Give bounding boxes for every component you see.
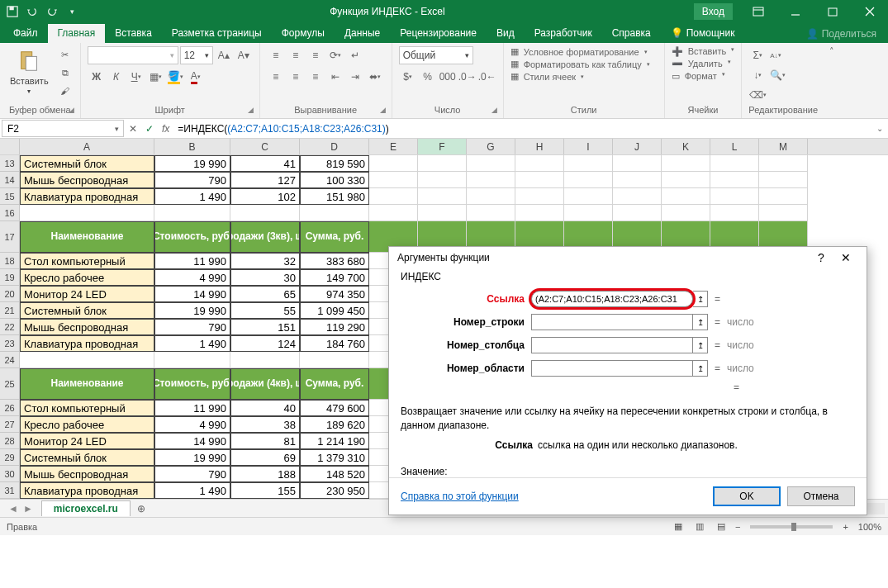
cell[interactable] [662,155,710,172]
cell[interactable]: Продажи (4кв), шт. [230,368,300,400]
cell[interactable]: 155 [230,482,300,499]
cell[interactable]: Наименование [20,221,154,253]
cell[interactable] [759,188,808,205]
col-header[interactable]: K [662,139,710,154]
row-header[interactable]: 16 [0,205,20,221]
decrease-indent-icon[interactable]: ⇤ [326,68,344,86]
font-color-icon[interactable]: A▾ [187,68,205,86]
select-all-corner[interactable] [0,139,20,154]
cancel-button[interactable]: Отмена [787,486,855,506]
page-layout-view-icon[interactable]: ▥ [690,519,710,534]
autosum-icon[interactable]: Σ▾ [748,46,767,64]
col-header[interactable]: J [613,139,662,154]
col-header[interactable]: M [759,139,808,154]
cell[interactable] [759,172,808,188]
tab-page-layout[interactable]: Разметка страницы [162,24,272,43]
cell[interactable] [467,172,515,188]
cell[interactable] [369,172,418,188]
undo-icon[interactable] [23,2,41,21]
cell[interactable]: Системный блок [20,302,154,319]
row-header[interactable]: 15 [0,188,20,205]
cell[interactable]: 790 [154,172,230,188]
cell[interactable] [564,188,613,205]
cell[interactable]: Клавиатура проводная [20,335,154,352]
align-center-icon[interactable]: ≡ [287,68,305,86]
copy-icon[interactable]: ⧉ [57,64,74,81]
cell[interactable]: 819 590 [300,155,369,172]
arg-input-row-num[interactable] [531,314,693,330]
cell[interactable] [662,188,710,205]
save-icon[interactable] [3,2,21,21]
cell[interactable] [515,188,564,205]
bold-button[interactable]: Ж [88,68,106,86]
cell[interactable]: 184 760 [300,335,369,352]
grow-font-icon[interactable]: A▴ [215,46,233,64]
cell[interactable]: 189 620 [300,416,369,433]
cell[interactable] [759,155,808,172]
clear-icon[interactable]: ⌫▾ [748,86,767,104]
decrease-decimal-icon[interactable]: .0← [478,68,496,86]
row-header[interactable]: 26 [0,400,20,416]
cell[interactable]: 100 330 [300,172,369,188]
col-header[interactable]: B [154,139,230,154]
cell[interactable]: 14 990 [154,286,230,302]
col-header[interactable]: E [369,139,418,154]
clipboard-launcher-icon[interactable]: ◢ [67,106,77,116]
cancel-formula-icon[interactable]: ✕ [129,123,137,135]
cell[interactable]: Стол компьютерный [20,253,154,269]
cell[interactable] [230,352,300,368]
insert-cells-button[interactable]: ➕Вставить▾ [672,46,735,57]
cell[interactable] [369,155,418,172]
cell[interactable]: 790 [154,319,230,335]
cell[interactable]: 30 [230,269,300,286]
cell[interactable] [662,205,710,221]
cell[interactable] [564,205,613,221]
formula-input[interactable]: =ИНДЕКС((A2:C7;A10:C15;A18:C23;A26:C31)) [174,123,871,135]
cell[interactable]: Продажи (3кв), шт. [230,221,300,253]
cell[interactable]: Сумма, руб. [300,368,369,400]
col-header[interactable]: H [515,139,564,154]
number-format-combo[interactable]: Общий▾ [399,46,473,64]
cell[interactable]: 102 [230,188,300,205]
cell[interactable] [515,172,564,188]
sheet-nav-next-icon[interactable]: ► [23,503,33,514]
cell[interactable]: 148 520 [300,466,369,482]
zoom-slider[interactable] [750,525,833,529]
cell[interactable]: 4 990 [154,416,230,433]
function-help-link[interactable]: Справка по этой функции [401,491,519,502]
align-top-icon[interactable]: ≡ [267,46,285,64]
cell[interactable]: 19 990 [154,155,230,172]
row-header[interactable]: 29 [0,449,20,466]
cell[interactable] [467,188,515,205]
format-painter-icon[interactable]: 🖌 [57,83,74,99]
col-header[interactable]: I [564,139,613,154]
sheet-nav-prev-icon[interactable]: ◄ [8,503,18,514]
conditional-formatting-button[interactable]: ▦Условное форматирование▾ [510,46,648,57]
cell[interactable]: Мышь беспроводная [20,319,154,335]
cell[interactable] [613,188,662,205]
row-header[interactable]: 19 [0,269,20,286]
comma-format-icon[interactable]: 000 [439,68,457,86]
align-left-icon[interactable]: ≡ [267,68,285,86]
format-as-table-button[interactable]: ▦Форматировать как таблицу▾ [510,59,650,69]
collapse-dialog-icon[interactable]: ↥ [693,360,708,377]
underline-button[interactable]: Ч▾ [127,68,145,86]
sheet-tab[interactable]: microexcel.ru [41,500,131,516]
cell[interactable] [467,155,515,172]
qat-customize-icon[interactable]: ▾ [63,2,81,21]
col-header[interactable]: A [20,139,154,154]
row-header[interactable]: 13 [0,155,20,172]
cell[interactable]: Системный блок [20,449,154,466]
col-header[interactable]: D [300,139,369,154]
share-button[interactable]: 👤Поделиться [795,25,888,43]
col-header[interactable]: L [710,139,759,154]
cell[interactable]: 230 950 [300,482,369,499]
cell[interactable]: 479 600 [300,400,369,416]
row-header[interactable]: 25 [0,368,20,400]
cell[interactable] [759,205,808,221]
fill-color-icon[interactable]: 🪣▾ [167,68,185,86]
tab-help[interactable]: Справка [602,24,661,43]
cell[interactable]: 65 [230,286,300,302]
tab-formulas[interactable]: Формулы [272,24,335,43]
page-break-view-icon[interactable]: ▤ [711,519,731,534]
